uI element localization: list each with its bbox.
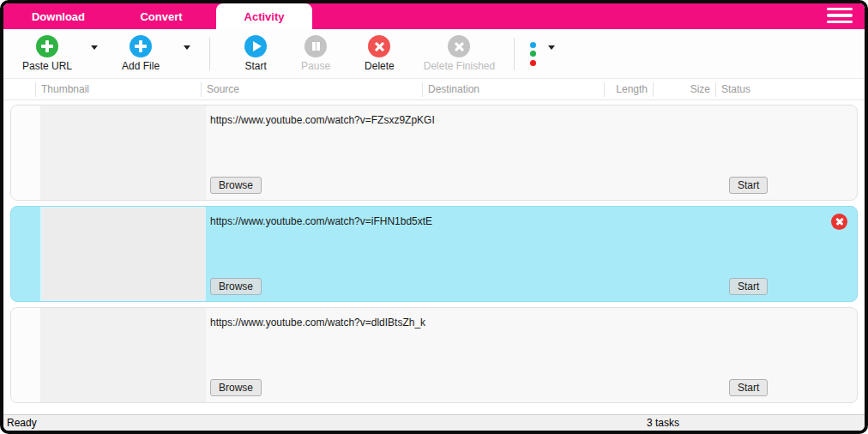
browse-button[interactable]: Browse bbox=[210, 177, 262, 194]
source-url: https://www.youtube.com/watch?v=dldIBtsZ… bbox=[210, 316, 425, 329]
column-header-status[interactable]: Status bbox=[716, 82, 865, 97]
delete-label: Delete bbox=[365, 60, 395, 72]
thumbnail-placeholder bbox=[41, 308, 206, 402]
delete-finished-button: Delete Finished bbox=[424, 35, 495, 72]
plus-circle-blue-icon bbox=[130, 35, 152, 57]
toolbar: Paste URL Add File Start Pause Delete De… bbox=[3, 29, 865, 79]
hamburger-menu-icon[interactable] bbox=[827, 8, 853, 24]
table-header: Thumbnail Source Destination Length Size… bbox=[3, 79, 865, 100]
tab-convert-label: Convert bbox=[140, 10, 182, 23]
tab-convert[interactable]: Convert bbox=[113, 3, 209, 29]
pause-label: Pause bbox=[301, 60, 330, 72]
task-count: 3 tasks bbox=[647, 417, 679, 429]
play-circle-blue-icon bbox=[244, 35, 267, 57]
toolbar-separator bbox=[209, 38, 210, 70]
row-start-button[interactable]: Start bbox=[729, 278, 768, 295]
paste-url-label: Paste URL bbox=[22, 60, 72, 72]
source-url: https://www.youtube.com/watch?v=FZsxz9Zp… bbox=[210, 114, 435, 126]
column-header-destination[interactable]: Destination bbox=[423, 82, 605, 97]
column-gutter bbox=[3, 82, 35, 97]
status-bar: Ready 3 tasks bbox=[3, 414, 865, 431]
add-file-dropdown-arrow-icon[interactable] bbox=[184, 45, 190, 50]
delete-button[interactable]: Delete bbox=[365, 35, 395, 72]
x-circle-gray-icon bbox=[448, 35, 470, 57]
plus-circle-green-icon bbox=[36, 35, 58, 57]
column-header-thumbnail[interactable]: Thumbnail bbox=[35, 82, 202, 97]
toolbar-separator bbox=[514, 38, 515, 70]
source-url: https://www.youtube.com/watch?v=iFHN1bd5… bbox=[210, 215, 432, 227]
add-file-button[interactable]: Add File bbox=[122, 35, 160, 72]
row-gutter bbox=[11, 308, 41, 402]
tab-activity[interactable]: Activity bbox=[216, 3, 312, 29]
row-gutter bbox=[11, 207, 41, 301]
paste-url-button[interactable]: Paste URL bbox=[22, 35, 72, 72]
dot-green-icon bbox=[530, 51, 536, 57]
status-text: Ready bbox=[7, 417, 37, 429]
dot-blue-icon bbox=[530, 42, 536, 48]
pause-circle-gray-icon bbox=[304, 35, 327, 57]
pause-button: Pause bbox=[301, 35, 330, 72]
thumbnail-placeholder bbox=[41, 105, 206, 200]
column-header-source[interactable]: Source bbox=[202, 82, 423, 97]
tab-download-label: Download bbox=[32, 10, 85, 23]
x-circle-red-icon bbox=[368, 35, 390, 57]
task-row-2[interactable]: https://www.youtube.com/watch?v=iFHN1bd5… bbox=[10, 206, 858, 302]
row-start-button[interactable]: Start bbox=[729, 379, 768, 396]
row-gutter bbox=[11, 105, 41, 200]
hamburger-bar bbox=[827, 21, 853, 24]
task-row-3[interactable]: https://www.youtube.com/watch?v=dldIBtsZ… bbox=[10, 307, 858, 403]
task-row-1[interactable]: https://www.youtube.com/watch?v=FZsxz9Zp… bbox=[10, 105, 858, 201]
tab-bar: Download Convert Activity bbox=[3, 3, 865, 29]
app-window: Download Convert Activity Paste URL Add … bbox=[0, 0, 868, 434]
paste-url-dropdown-arrow-icon[interactable] bbox=[91, 45, 98, 50]
thumbnail-placeholder bbox=[41, 207, 206, 301]
add-file-label: Add File bbox=[122, 60, 160, 72]
column-header-size[interactable]: Size bbox=[654, 82, 716, 97]
more-menu-button[interactable] bbox=[530, 42, 536, 66]
tab-activity-label: Activity bbox=[244, 10, 285, 23]
hamburger-bar bbox=[827, 8, 853, 11]
tab-download[interactable]: Download bbox=[10, 3, 106, 29]
row-start-button[interactable]: Start bbox=[729, 177, 768, 194]
more-menu-dropdown-arrow-icon[interactable] bbox=[548, 45, 555, 50]
browse-button[interactable]: Browse bbox=[210, 379, 262, 396]
column-header-length[interactable]: Length bbox=[605, 82, 654, 97]
hamburger-bar bbox=[827, 14, 853, 17]
start-button[interactable]: Start bbox=[244, 35, 267, 72]
browse-button[interactable]: Browse bbox=[210, 278, 262, 295]
delete-finished-label: Delete Finished bbox=[424, 60, 495, 72]
dot-red-icon bbox=[530, 60, 536, 66]
row-close-icon[interactable] bbox=[831, 214, 847, 230]
start-label: Start bbox=[244, 60, 266, 72]
task-list: https://www.youtube.com/watch?v=FZsxz9Zp… bbox=[3, 100, 865, 414]
